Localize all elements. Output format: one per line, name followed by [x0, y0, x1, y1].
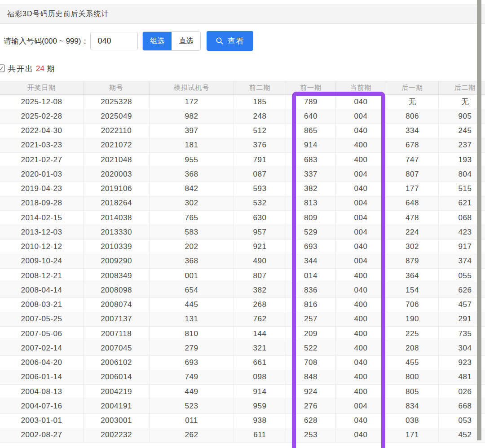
cell-current: 400 [336, 269, 386, 283]
cell-prev2: 791 [234, 153, 286, 167]
cell-prev2: 087 [234, 167, 286, 181]
cell-next1: 225 [386, 327, 439, 341]
table-row: 2018-09-282018264302532813004648621 [0, 196, 485, 211]
cell-current: 040 [336, 182, 386, 196]
cell-prev1: 683 [286, 153, 336, 167]
cell-prev2: 593 [234, 182, 286, 196]
cell-current: 400 [336, 370, 386, 384]
cell-current: 040 [336, 283, 386, 297]
cell-current: 040 [336, 124, 386, 138]
column-header-date: 开奖日期 [0, 81, 84, 94]
cell-prev1: 708 [286, 356, 336, 370]
cell-current: 004 [336, 254, 386, 268]
cell-prev2: 611 [234, 428, 286, 442]
cell-date: 2006-01-14 [0, 370, 84, 384]
table-header-row: 开奖日期期号模拟试机号前二期前一期当前期后一期后二期 [0, 81, 485, 95]
cell-prev2: 321 [234, 341, 286, 355]
table-row: 2007-02-142007045279321522400208304 [0, 341, 485, 355]
cell-date: 2008-03-21 [0, 298, 84, 312]
column-header-issue: 期号 [84, 81, 150, 94]
cell-simulated-number: 397 [150, 124, 234, 138]
table-row: 2009-10-242009290368490344004879374 [0, 254, 485, 269]
cell-issue: 2010339 [84, 240, 150, 254]
cell-issue: 2002232 [84, 428, 150, 442]
cell-simulated-number: 842 [150, 182, 234, 196]
cell-date: 2018-09-28 [0, 196, 84, 210]
cell-issue: 2013330 [84, 225, 150, 239]
cell-prev1: 640 [286, 109, 336, 123]
cell-current: 004 [336, 399, 386, 413]
cell-prev1: 522 [286, 341, 336, 355]
cell-next1: 648 [386, 196, 439, 210]
column-header-prev2: 前二期 [234, 81, 286, 94]
cell-date: 2020-01-03 [0, 167, 84, 181]
cell-prev1: 276 [286, 399, 336, 413]
cell-prev1: 209 [286, 327, 336, 341]
cell-simulated-number: 982 [150, 109, 234, 123]
cell-prev2: 532 [234, 196, 286, 210]
column-header-next1: 后一期 [386, 81, 439, 94]
cell-issue: 2006014 [84, 370, 150, 384]
count-suffix: 期 [47, 64, 54, 74]
cell-prev2: 185 [234, 95, 286, 109]
view-button[interactable]: 查看 [207, 31, 253, 51]
cell-current: 400 [336, 312, 386, 326]
cell-issue: 2025328 [84, 95, 150, 109]
cell-prev1: 529 [286, 225, 336, 239]
cell-simulated-number: 368 [150, 167, 234, 181]
cell-date: 2007-05-25 [0, 312, 84, 326]
vertical-scrollbar[interactable] [477, 0, 481, 440]
cell-issue: 2006102 [84, 356, 150, 370]
cell-simulated-number: 001 [150, 269, 234, 283]
table-row: 2022-04-302022110397512865040334245 [0, 124, 485, 138]
cell-prev1: 924 [286, 385, 336, 399]
cell-current: 400 [336, 341, 386, 355]
cell-issue: 2019106 [84, 182, 150, 196]
cell-simulated-number: 955 [150, 153, 234, 167]
cell-prev1: 816 [286, 298, 336, 312]
cell-prev2: 376 [234, 138, 286, 152]
cell-prev1: 848 [286, 370, 336, 384]
cell-prev1: 836 [286, 283, 336, 297]
cell-date: 2009-10-24 [0, 254, 84, 268]
cell-prev2: 382 [234, 283, 286, 297]
cell-date: 2025-02-28 [0, 109, 84, 123]
cell-simulated-number: 368 [150, 254, 234, 268]
cell-prev2: 512 [234, 124, 286, 138]
cell-prev2: 268 [234, 298, 286, 312]
cell-date: 2014-02-15 [0, 211, 84, 225]
cell-issue: 2018264 [84, 196, 150, 210]
cell-prev2: 098 [234, 370, 286, 384]
cell-issue: 2008349 [84, 269, 150, 283]
table-row: 2019-04-232019106842593382040177515 [0, 182, 485, 196]
cell-issue: 2022110 [84, 124, 150, 138]
cell-next1: 364 [386, 269, 439, 283]
cell-next1: 834 [386, 399, 439, 413]
table-row: 2006-01-142006014749098848400800481 [0, 370, 485, 385]
table-row: 2008-03-212008074445268816400706457 [0, 298, 485, 312]
cell-issue: 2020003 [84, 167, 150, 181]
cell-prev2: 921 [234, 240, 286, 254]
cell-date: 2021-02-27 [0, 153, 84, 167]
cell-issue: 2021072 [84, 138, 150, 152]
cell-simulated-number: 302 [150, 196, 234, 210]
cell-date: 2010-12-12 [0, 240, 84, 254]
cell-current: 040 [336, 414, 386, 428]
cell-issue: 2009290 [84, 254, 150, 268]
table-row: 2025-02-282025049982248640004806905 [0, 109, 485, 124]
cell-current: 400 [336, 298, 386, 312]
table-row: 2025-12-082025328172185789040无无 [0, 95, 485, 109]
cell-simulated-number: 262 [150, 428, 234, 442]
cell-date: 2006-04-20 [0, 356, 84, 370]
table-row: 2021-03-232021072181376914400678237 [0, 138, 485, 153]
cell-prev2: 661 [234, 356, 286, 370]
direct-select-button[interactable]: 直选 [172, 32, 200, 50]
cell-current: 004 [336, 109, 386, 123]
cell-prev2: 762 [234, 312, 286, 326]
number-input[interactable] [90, 32, 138, 50]
cell-date: 2002-08-27 [0, 428, 84, 442]
table-row: 2010-12-122010339202921693040302917 [0, 240, 485, 254]
group-select-button[interactable]: 组选 [143, 32, 172, 50]
cell-issue: 2008074 [84, 298, 150, 312]
cell-issue: 2025049 [84, 109, 150, 123]
